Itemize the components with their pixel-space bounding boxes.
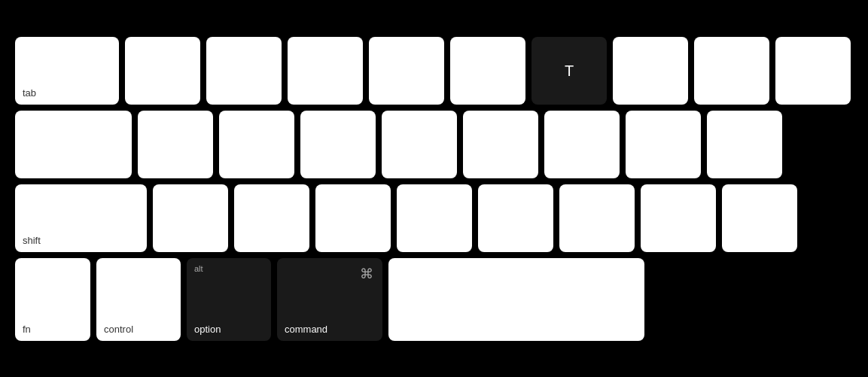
key-fn-label: fn xyxy=(23,324,83,335)
key-caps[interactable] xyxy=(15,111,132,178)
keyboard-row-4: fn control alt option ⌘ command xyxy=(15,258,853,341)
key-T[interactable]: T xyxy=(531,37,607,105)
key-r3k5[interactable] xyxy=(397,184,472,252)
key-tab-label: tab xyxy=(23,87,111,99)
key-r2k5[interactable] xyxy=(382,111,457,178)
key-r1k3[interactable] xyxy=(206,37,282,105)
key-r2k2[interactable] xyxy=(138,111,213,178)
key-r3k6[interactable] xyxy=(478,184,553,252)
key-r3k3[interactable] xyxy=(234,184,309,252)
keyboard-row-2 xyxy=(15,111,853,178)
key-T-label: T xyxy=(565,62,574,79)
key-r3k7[interactable] xyxy=(559,184,635,252)
key-alt-top-label: alt xyxy=(194,264,203,273)
key-shift-label: shift xyxy=(23,235,139,246)
key-command[interactable]: ⌘ command xyxy=(277,258,382,341)
key-r1k2[interactable] xyxy=(125,37,200,105)
key-r2k8[interactable] xyxy=(626,111,701,178)
key-fn[interactable]: fn xyxy=(15,258,90,341)
key-shift[interactable]: shift xyxy=(15,184,147,252)
key-r1k9[interactable] xyxy=(694,37,769,105)
key-r1k10[interactable] xyxy=(775,37,851,105)
key-command-symbol: ⌘ xyxy=(360,266,373,282)
key-r1k4[interactable] xyxy=(288,37,363,105)
key-r1k8[interactable] xyxy=(613,37,688,105)
key-r2k9[interactable] xyxy=(707,111,782,178)
key-r3k4[interactable] xyxy=(315,184,391,252)
key-r3k2[interactable] xyxy=(153,184,228,252)
key-space[interactable] xyxy=(388,258,644,341)
key-tab[interactable]: tab xyxy=(15,37,119,105)
key-r2k4[interactable] xyxy=(300,111,376,178)
key-r3k8[interactable] xyxy=(641,184,716,252)
key-r1k6[interactable] xyxy=(450,37,525,105)
key-r3k9[interactable] xyxy=(722,184,797,252)
key-r2k6[interactable] xyxy=(463,111,538,178)
key-alt-bottom-label: option xyxy=(194,324,263,335)
key-control-label: control xyxy=(104,324,173,335)
keyboard-row-1: tab T xyxy=(15,37,853,105)
key-control[interactable]: control xyxy=(96,258,181,341)
keyboard: tab T shift xyxy=(0,0,868,377)
key-command-bottom-label: command xyxy=(285,324,375,335)
key-r1k5[interactable] xyxy=(369,37,444,105)
key-r2k3[interactable] xyxy=(219,111,294,178)
key-alt-option[interactable]: alt option xyxy=(187,258,271,341)
key-r2k7[interactable] xyxy=(544,111,620,178)
keyboard-row-3: shift xyxy=(15,184,853,252)
